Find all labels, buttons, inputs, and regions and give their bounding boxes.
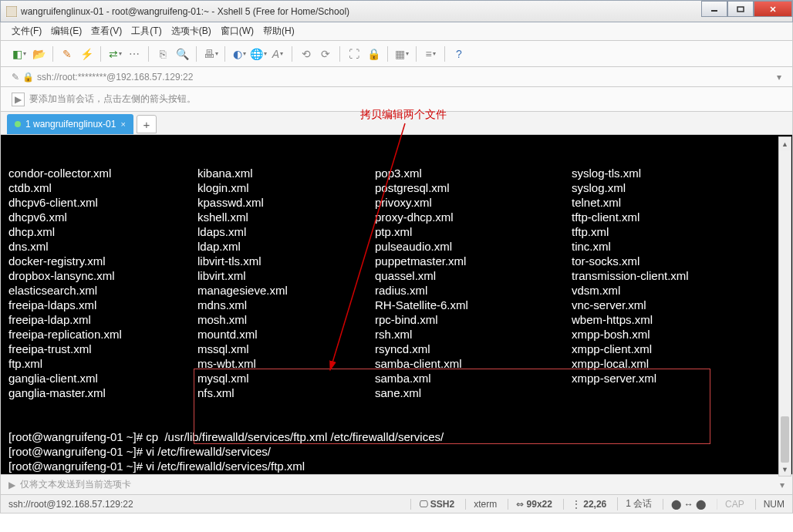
menu-edit[interactable]: 编辑(E) [51,25,82,38]
tab-close-icon[interactable]: × [120,120,125,129]
file-listing-row: ctdb.xmlklogin.xmlpostgresql.xmlsyslog.x… [8,180,785,195]
file-listing-row: dhcp.xmlldaps.xmlptp.xmltftp.xml [8,224,785,239]
file-entry: freeipa-ldap.xml [8,312,197,327]
file-entry: ganglia-client.xml [8,371,197,386]
file-entry: mountd.xml [197,327,375,342]
menubar: 文件(F) 编辑(E) 查看(V) 工具(T) 选项卡(B) 窗口(W) 帮助(… [0,22,793,41]
help-icon[interactable]: ? [451,46,467,62]
file-entry: docker-registry.xml [8,254,197,268]
prompt-line: [root@wangruifeng-01 ~]# vi /etc/firewal… [8,459,785,473]
tab-session-1[interactable]: 1 wangruifenglinux-01 × [7,114,133,134]
close-button[interactable] [754,1,792,17]
file-entry: libvirt.xml [197,268,375,283]
status-bar: ssh://root@192.168.57.129:22 🖵 SSH2 xter… [0,495,793,513]
file-entry: wbem-https.xml [572,312,785,327]
file-entry: ptp.xml [375,224,572,239]
shell-prompt: [root@wangruifeng-01 ~]# [8,444,146,459]
zoom-out-icon[interactable]: ⟲ [299,46,314,62]
menu-view[interactable]: 查看(V) [91,25,122,38]
copy-icon[interactable]: ⎘ [155,46,170,62]
address-bar: ✎ 🔒 ssh://root:********@192.168.57.129:2… [0,67,793,87]
annotation-text: 拷贝编辑两个文件 [360,108,447,122]
file-entry: ldaps.xml [197,224,375,239]
file-entry: managesieve.xml [197,283,375,298]
lock-scroll-icon[interactable]: 🔒 [366,46,381,62]
menu-tabs[interactable]: 选项卡(B) [171,25,211,38]
file-entry: quassel.xml [375,268,572,283]
status-session: 1 会话 [617,497,652,510]
file-entry: kpasswd.xml [197,195,375,210]
address-url[interactable]: ssh://root:********@192.168.57.129:22 [37,72,774,82]
tile-icon[interactable]: ≡ [423,46,438,62]
status-term: xterm [465,499,497,510]
disconnect-icon[interactable]: ⚡ [79,46,94,62]
tab-label: 1 wangruifenglinux-01 [25,119,116,130]
command-text: vi /etc/firewalld/services/ftp.xml [146,459,305,473]
menu-file[interactable]: 文件(F) [12,25,42,38]
file-entry: tftp.xml [572,224,785,239]
find-icon[interactable]: 🔍 [174,46,190,62]
file-listing-row: dropbox-lansync.xmllibvirt.xmlquassel.xm… [8,268,785,283]
file-entry: transmission-client.xml [572,268,785,283]
send-icon[interactable]: ▶ [8,480,15,490]
menu-window[interactable]: 窗口(W) [221,25,254,38]
properties-icon[interactable]: ⋯ [127,46,142,62]
file-entry: dhcp.xml [8,224,197,239]
file-listing-row: dhcpv6-client.xmlkpasswd.xmlprivoxy.xmlt… [8,195,785,210]
file-entry: klogin.xml [197,180,375,195]
file-entry: tor-socks.xml [572,254,785,268]
scroll-thumb[interactable] [781,416,789,463]
new-tab-button[interactable]: + [137,115,157,133]
zoom-in-icon[interactable]: ⟳ [318,46,333,62]
shell-prompt: [root@wangruifeng-01 ~]# [8,459,146,473]
file-entry: dhcpv6.xml [8,210,197,224]
file-entry: ctdb.xml [8,180,197,195]
color-scheme-icon[interactable]: ◐ [231,46,247,62]
scroll-down-icon[interactable]: ▼ [779,463,791,476]
file-entry: radius.xml [375,283,572,298]
connected-indicator-icon [15,121,21,127]
file-entry: dns.xml [8,239,197,254]
window-titlebar: wangruifenglinux-01 - root@wangruifeng-0… [0,0,793,22]
print-icon[interactable]: 🖶 [203,46,218,62]
file-entry: freeipa-ldaps.xml [8,298,197,312]
reconnect-icon[interactable]: ✎ [59,46,75,62]
file-listing-row: dhcpv6.xmlkshell.xmlproxy-dhcp.xmltftp-c… [8,210,785,224]
send-text[interactable]: 仅将文本发送到当前选项卡 [20,478,131,491]
menu-help[interactable]: 帮助(H) [263,25,295,38]
file-entry: ftp.xml [8,356,197,371]
file-entry: freeipa-replication.xml [8,327,197,342]
address-dropdown-icon[interactable]: ▾ [777,72,781,82]
fullscreen-icon[interactable]: ⛶ [346,46,362,62]
file-entry: privoxy.xml [375,195,572,210]
terminal[interactable]: condor-collector.xmlkibana.xmlpop3.xmlsy… [0,135,793,475]
maximize-button[interactable] [727,1,754,17]
minimize-button[interactable] [701,1,727,17]
menu-tools[interactable]: 工具(T) [131,25,161,38]
status-ssh: 🖵 SSH2 [410,499,455,510]
shell-prompt: [root@wangruifeng-01 ~]# [8,473,146,475]
prompt-line: [root@wangruifeng-01 ~]# vi /etc/firewal… [8,444,785,459]
send-dropdown-icon[interactable]: ▾ [780,480,785,490]
scroll-up-icon[interactable]: ▲ [779,137,791,150]
file-entry: syslog.xml [572,180,785,195]
send-bar: ▶ 仅将文本发送到当前选项卡 ▾ [0,475,793,495]
file-entry: tinc.xml [572,239,785,254]
transfer-icon[interactable]: ⇄ [107,46,123,62]
file-entry: ganglia-master.xml [8,386,197,400]
file-listing-row: elasticsearch.xmlmanagesieve.xmlradius.x… [8,283,785,298]
layout-icon[interactable]: ▦ [394,46,410,62]
info-icon[interactable]: ▶ [12,93,25,106]
open-icon[interactable]: 📂 [31,46,46,62]
file-entry: telnet.xml [572,195,785,210]
file-listing-row: condor-collector.xmlkibana.xmlpop3.xmlsy… [8,166,785,180]
terminal-scrollbar[interactable]: ▲ ▼ [778,136,791,476]
globe-icon[interactable]: 🌐 [251,46,266,62]
file-entry: tftp-client.xml [572,210,785,224]
font-icon[interactable]: A [270,46,285,62]
status-size: ⇔ 99x22 [508,499,552,510]
status-left: ssh://root@192.168.57.129:22 [8,499,133,510]
toolbar: ◧ 📂 ✎ ⚡ ⇄ ⋯ ⎘ 🔍 🖶 ◐ 🌐 A ⟲ ⟳ ⛶ 🔒 ▦ ≡ ? [0,41,793,67]
new-session-icon[interactable]: ◧ [12,46,27,62]
file-entry: rsyncd.xml [375,342,572,356]
